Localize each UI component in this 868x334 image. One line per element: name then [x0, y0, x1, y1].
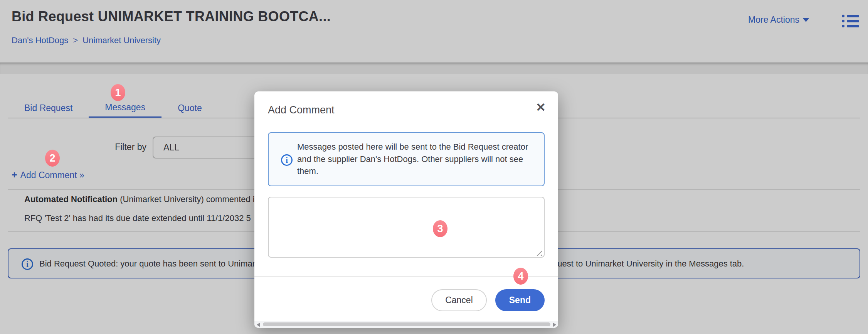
modal-info-line: them. [297, 165, 528, 177]
annotation-badge-1: 1 [111, 84, 125, 101]
horizontal-scrollbar[interactable] [254, 321, 558, 328]
scroll-right-arrow-icon[interactable] [553, 322, 556, 327]
annotation-badge-4: 4 [513, 268, 528, 285]
comment-textarea-wrapper [268, 197, 545, 258]
scroll-left-arrow-icon[interactable] [257, 322, 260, 327]
modal-buttons: Cancel Send [431, 289, 545, 311]
modal-info-box: i Messages posted here will be sent to t… [268, 132, 545, 186]
modal-info-line: Messages posted here will be sent to the… [297, 141, 528, 153]
resize-grip-icon[interactable] [536, 250, 542, 256]
modal-info-text: Messages posted here will be sent to the… [297, 141, 528, 177]
modal-title: Add Comment [268, 104, 335, 116]
annotation-badge-3: 3 [433, 220, 447, 237]
info-icon: i [281, 154, 293, 166]
scrollbar-thumb[interactable] [263, 322, 550, 326]
send-button[interactable]: Send [495, 289, 545, 311]
annotation-badge-2: 2 [45, 150, 60, 167]
comment-textarea[interactable] [273, 200, 542, 256]
bid-request-page: Bid Request UNIMARKET TRAINING BOOTCA...… [0, 0, 868, 334]
modal-footer-divider [254, 276, 558, 277]
add-comment-modal: Add Comment ✕ i Messages posted here wil… [254, 91, 558, 328]
cancel-button[interactable]: Cancel [431, 289, 487, 311]
close-icon[interactable]: ✕ [536, 101, 546, 113]
modal-info-line: and the supplier Dan's HotDogs. Other su… [297, 153, 528, 165]
